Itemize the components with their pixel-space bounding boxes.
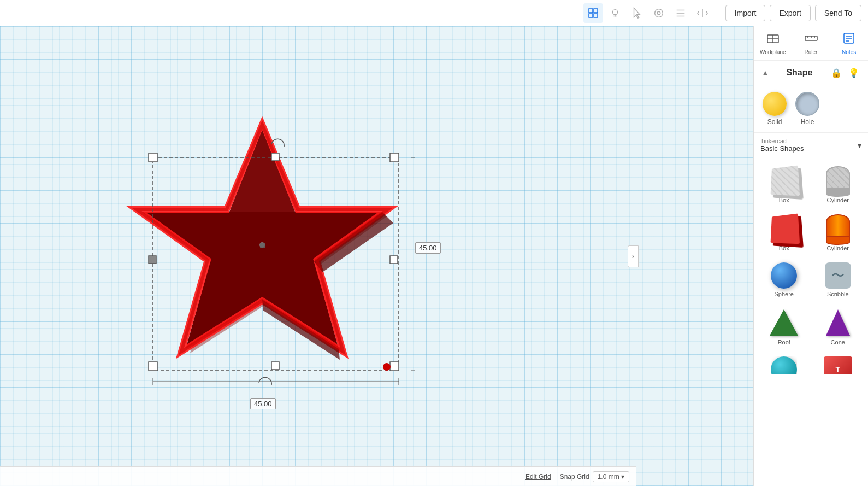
star-shape-container[interactable]: [126, 108, 399, 382]
shape-inspector: ▲ Shape 🔒 💡 Solid Hole: [754, 61, 868, 133]
shape-item-cylinder-gray[interactable]: Cylinder: [812, 162, 864, 208]
solid-icon: [763, 92, 787, 116]
light-icon[interactable]: 💡: [847, 66, 860, 79]
shape-item-cylinder-orange[interactable]: Cylinder: [812, 210, 864, 256]
svg-marker-7: [634, 8, 640, 17]
svg-rect-3: [594, 14, 598, 17]
width-dimension: 45.00: [415, 242, 441, 254]
send-to-button[interactable]: Send To: [815, 5, 861, 21]
cone-icon-wrapper: [823, 308, 853, 337]
svg-point-9: [657, 11, 660, 15]
shape-item-box-gray[interactable]: Box: [758, 162, 810, 208]
svg-rect-0: [589, 9, 593, 13]
notes-icon: [841, 31, 857, 49]
solid-type[interactable]: Solid: [763, 92, 787, 126]
shapes-grid: Box Cylinder Box: [754, 157, 868, 383]
shape-panel-header: ▲ Shape 🔒 💡: [754, 61, 868, 85]
scribble-icon: 〜: [825, 262, 851, 289]
ruler-icon: [804, 31, 819, 49]
bulb-icon[interactable]: [605, 3, 625, 23]
roof-icon-wrapper: [769, 308, 799, 337]
snap-value[interactable]: 1.0 mm ▾: [593, 471, 629, 482]
shape-label-box-red: Box: [779, 245, 789, 251]
view-icon-group: [583, 3, 712, 23]
notes-label: Notes: [842, 49, 856, 55]
edit-grid-label[interactable]: Edit Grid: [525, 473, 551, 481]
svg-rect-1: [594, 9, 598, 13]
svg-rect-22: [260, 243, 265, 248]
shape-title: Shape: [786, 68, 812, 78]
solid-label: Solid: [767, 118, 782, 126]
shape-item-box-red[interactable]: Box: [758, 210, 810, 256]
align-icon[interactable]: [671, 3, 690, 23]
box-gray-icon: [771, 166, 800, 196]
workplane-label: Workplane: [760, 49, 786, 55]
shape-item-red-text[interactable]: T: [812, 352, 864, 378]
shape-item-cone[interactable]: Cone: [812, 304, 864, 350]
shape-type-row: Solid Hole: [754, 85, 868, 133]
svg-rect-46: [844, 33, 854, 43]
shape-label-roof: Roof: [778, 339, 790, 346]
mirror-icon[interactable]: [693, 3, 712, 23]
shape-label-cone: Cone: [831, 339, 845, 346]
svg-point-8: [654, 9, 663, 17]
hole-label: Hole: [801, 118, 814, 126]
library-dropdown-icon[interactable]: ▾: [858, 141, 861, 150]
box-red-icon: [771, 214, 800, 244]
cone-purple-icon: [826, 309, 850, 336]
bottom-bar: Edit Grid Snap Grid 1.0 mm ▾: [0, 466, 636, 486]
export-button[interactable]: Export: [770, 5, 810, 21]
shape-label-box-gray: Box: [779, 197, 789, 203]
top-toolbar: Import Export Send To: [0, 0, 868, 26]
cursor-icon[interactable]: [627, 3, 647, 23]
sphere-blue-icon: [771, 262, 797, 289]
library-header: Tinkercad Basic Shapes ▾: [754, 133, 868, 157]
home-view-icon[interactable]: [583, 3, 603, 23]
roof-green-icon: [770, 309, 798, 336]
star-svg: [126, 108, 399, 382]
ruler-button[interactable]: Ruler: [792, 26, 830, 60]
library-brand-category: Tinkercad Basic Shapes: [760, 138, 804, 153]
hole-icon: [795, 92, 819, 116]
teal-partial-icon: [771, 356, 797, 374]
lock-icon[interactable]: 🔒: [830, 66, 843, 79]
viewport[interactable]: 45.00 45.00 Edit Grid Snap Grid 1.0 mm ▾…: [0, 26, 753, 486]
shape-label-scribble: Scribble: [827, 291, 849, 297]
height-dimension: 45.00: [250, 398, 276, 409]
shape-label-cylinder-orange: Cylinder: [827, 245, 849, 251]
shape-item-scribble[interactable]: 〜 Scribble: [812, 258, 864, 302]
svg-point-4: [612, 9, 617, 14]
snap-control: Snap Grid 1.0 mm ▾: [560, 471, 629, 482]
notes-button[interactable]: Notes: [830, 26, 868, 60]
shape-item-sphere[interactable]: Sphere: [758, 258, 810, 302]
shape-panel-actions: 🔒 💡: [830, 66, 860, 79]
collapse-library-button[interactable]: ›: [628, 245, 639, 267]
workplane-button[interactable]: Workplane: [754, 26, 792, 60]
right-panels: Workplane Ruler: [753, 26, 868, 486]
cylinder-orange-icon: [826, 214, 850, 243]
hole-type[interactable]: Hole: [795, 92, 819, 126]
cylinder-gray-icon: [826, 166, 850, 195]
svg-rect-2: [589, 14, 593, 17]
view-controls-row: Workplane Ruler: [754, 26, 868, 61]
shape-item-teal[interactable]: [758, 352, 810, 378]
shape-icon[interactable]: [649, 3, 669, 23]
red-text-icon: T: [824, 356, 852, 374]
shape-label-sphere: Sphere: [775, 291, 794, 297]
ruler-label: Ruler: [805, 49, 818, 55]
library-brand: Tinkercad: [760, 138, 804, 144]
shape-item-roof[interactable]: Roof: [758, 304, 810, 350]
shape-label-cylinder-gray: Cylinder: [827, 197, 849, 203]
main-content: 45.00 45.00 Edit Grid Snap Grid 1.0 mm ▾…: [0, 26, 868, 486]
library-category: Basic Shapes: [760, 144, 804, 153]
collapse-shape-icon[interactable]: ▲: [761, 68, 769, 77]
snap-grid-label: Snap Grid: [560, 473, 589, 481]
workplane-icon: [765, 31, 781, 49]
import-button[interactable]: Import: [725, 5, 766, 21]
right-panel: Workplane Ruler: [753, 26, 868, 486]
